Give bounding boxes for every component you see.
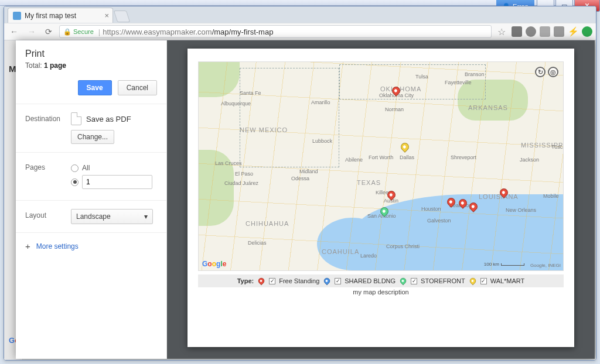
pages-all-label: All [82, 164, 90, 172]
legend-pin-icon [257, 277, 266, 286]
browser-window: My first map test × ← → ⟳ Secure | https… [4, 6, 596, 360]
legend-pin-icon [399, 277, 408, 286]
city-label: Odessa [291, 176, 309, 181]
city-label: Tuscaloo [551, 144, 564, 150]
city-label: El Paso [235, 171, 253, 177]
layout-value: Landscape [76, 212, 111, 221]
state-label: NEW MEXICO [240, 126, 288, 133]
total-pages: 1 page [44, 61, 66, 70]
city-label: Shreveport [451, 154, 476, 160]
city-label: Galveston [427, 218, 451, 224]
city-label: Laredo [360, 253, 377, 259]
print-sidebar: Print Total: 1 page Save Cancel Destinat… [16, 40, 167, 359]
print-dialog: Print Total: 1 page Save Cancel Destinat… [16, 40, 595, 359]
tab-title: My first map test [25, 12, 76, 20]
forward-button[interactable]: → [25, 27, 38, 36]
legend-title: Type: [237, 277, 254, 284]
extension-icon[interactable]: ⚡ [568, 26, 578, 37]
print-title: Print [16, 40, 166, 61]
bookmark-star-icon[interactable]: ☆ [496, 26, 507, 37]
pages-custom-input[interactable] [82, 175, 152, 189]
total-prefix: Total: [25, 61, 44, 70]
extension-icon[interactable] [512, 26, 522, 37]
city-label: Jackson [520, 157, 539, 163]
legend-checkbox: ✓ [411, 278, 417, 284]
legend-item-label: Free Standing [279, 277, 319, 284]
extensions: ⚡ [512, 26, 592, 37]
map-scale: 100 km [484, 262, 524, 267]
preview-page: NEW MEXICO TEXAS OKLAHOMA ARKANSAS LOUIS… [188, 49, 574, 347]
address-bar[interactable]: Secure | https://www.easymapmaker.com/ma… [59, 25, 492, 38]
destination-value: Save as PDF [86, 115, 131, 123]
map-legend: Type: ✓ Free Standing ✓ SHARED BLDNG ✓ S… [198, 274, 564, 287]
map-rotate-button[interactable]: ↻ [535, 67, 546, 77]
map-controls: ↻ ◎ [535, 67, 558, 77]
secure-badge: Secure [63, 28, 94, 36]
city-label: Tulsa [415, 74, 428, 80]
cancel-button[interactable]: Cancel [118, 80, 157, 95]
layout-select[interactable]: Landscape ▾ [71, 209, 153, 224]
change-destination-button[interactable]: Change... [71, 130, 114, 144]
layout-label: Layout [25, 209, 71, 224]
print-total: Total: 1 page [16, 61, 166, 77]
extension-icon[interactable] [582, 26, 592, 37]
state-label: TEXAS [357, 179, 381, 186]
state-label: LOUISIANA [479, 193, 519, 200]
city-label: Corpus Christi [386, 243, 420, 249]
city-label: Santa Fe [240, 90, 261, 96]
city-label: Mobile [543, 193, 559, 199]
city-label: Las Cruces [215, 160, 242, 166]
extension-icon[interactable] [554, 26, 564, 37]
state-label: COAHUILA [322, 248, 359, 255]
more-settings-label: More settings [36, 242, 79, 250]
legend-item-label: STOREFRONT [421, 277, 465, 284]
more-settings-toggle[interactable]: + More settings [16, 233, 166, 259]
city-label: Ciudad Juárez [224, 180, 258, 186]
print-preview-pane[interactable]: NEW MEXICO TEXAS OKLAHOMA ARKANSAS LOUIS… [167, 40, 595, 359]
google-logo: Google [202, 260, 226, 268]
reload-button[interactable]: ⟳ [43, 27, 54, 36]
city-label: Norman [385, 107, 404, 112]
pdf-icon [71, 112, 81, 125]
city-label: Houston [421, 206, 441, 212]
legend-item-label: WAL*MART [490, 277, 525, 284]
extension-icon[interactable] [526, 26, 536, 37]
city-label: Delicias [248, 240, 267, 246]
city-label: Albuquerque [221, 101, 251, 107]
secure-label: Secure [73, 28, 94, 35]
new-tab-button[interactable] [114, 11, 130, 22]
destination-label: Destination [25, 112, 71, 144]
map-canvas: NEW MEXICO TEXAS OKLAHOMA ARKANSAS LOUIS… [198, 61, 564, 271]
legend-pin-icon [323, 277, 332, 286]
city-label: Fayetteville [445, 80, 472, 85]
city-label: Amarillo [311, 99, 330, 105]
map-description: my map description [198, 289, 564, 296]
state-label: ARKANSAS [468, 104, 508, 111]
legend-checkbox: ✓ [335, 278, 341, 284]
map-locate-button[interactable]: ◎ [548, 67, 558, 77]
pages-all-radio[interactable] [71, 164, 79, 172]
plus-icon: + [25, 241, 30, 251]
chevron-down-icon: ▾ [144, 212, 148, 221]
city-label: Branson [465, 71, 485, 77]
extension-icon[interactable] [540, 26, 550, 37]
city-label: Midland [299, 169, 318, 174]
url-path: /map/my-first-map [212, 28, 274, 36]
url-host: https://www.easymapmaker.com [103, 28, 212, 36]
browser-tab[interactable]: My first map test × [8, 8, 113, 23]
city-label: Abilene [345, 157, 363, 163]
back-button[interactable]: ← [8, 27, 21, 36]
save-button[interactable]: Save [78, 80, 112, 95]
separator: | [98, 28, 100, 36]
favicon-icon [13, 12, 21, 20]
toolbar: ← → ⟳ Secure | https://www.easymapmaker.… [4, 23, 596, 40]
pages-label: Pages [25, 161, 71, 192]
state-label: CHIHUAHUA [246, 220, 289, 227]
state-label: OKLAHOMA [380, 85, 421, 92]
tab-close-icon[interactable]: × [104, 11, 109, 20]
legend-pin-icon [468, 277, 477, 286]
map-attribution: Google, INEGI [530, 263, 561, 268]
legend-checkbox: ✓ [480, 278, 487, 284]
city-label: Fort Worth [369, 154, 393, 160]
pages-custom-radio[interactable] [71, 178, 79, 186]
